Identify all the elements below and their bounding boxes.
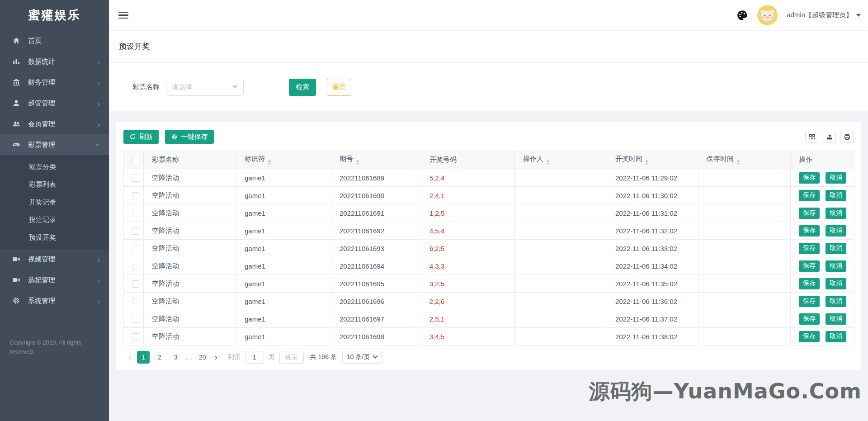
reset-button[interactable]: 重置 bbox=[327, 79, 351, 96]
collapse-menu-icon[interactable] bbox=[118, 10, 128, 21]
user-name: admin【超级管理员】 bbox=[787, 11, 853, 19]
sidebar-item-members[interactable]: 会员管理 › bbox=[0, 114, 109, 134]
row-checkbox[interactable] bbox=[132, 333, 139, 341]
row-checkbox[interactable] bbox=[132, 210, 139, 217]
row-checkbox[interactable] bbox=[132, 298, 139, 305]
cell-lottery-name: 空降活动 bbox=[144, 310, 236, 328]
row-cancel-button[interactable]: 取消 bbox=[826, 190, 846, 201]
export-icon[interactable] bbox=[823, 131, 836, 143]
row-cancel-button[interactable]: 取消 bbox=[826, 225, 846, 237]
sidebar-item-lottery-category[interactable]: 彩票分类 bbox=[0, 158, 109, 175]
cell-operator bbox=[515, 328, 607, 345]
cell-lottery-name: 空降活动 bbox=[144, 275, 236, 293]
page-button-2[interactable]: 2 bbox=[153, 351, 166, 364]
row-save-button[interactable]: 保存 bbox=[799, 208, 820, 219]
sidebar-item-xuanfei[interactable]: 选妃管理 › bbox=[0, 270, 109, 290]
row-checkbox[interactable] bbox=[132, 263, 139, 270]
theme-palette-icon[interactable] bbox=[736, 9, 748, 21]
columns-grid-icon[interactable] bbox=[805, 131, 818, 143]
user-avatar[interactable] bbox=[757, 5, 778, 25]
sidebar-item-label: 选妃管理 bbox=[28, 276, 55, 284]
col-code[interactable]: 标识符 bbox=[236, 151, 331, 169]
prev-page-button[interactable]: ‹ bbox=[124, 351, 135, 364]
lottery-name-select[interactable]: 请选择 bbox=[166, 79, 244, 96]
row-cancel-button[interactable]: 取消 bbox=[826, 278, 846, 289]
row-save-button[interactable]: 保存 bbox=[799, 190, 820, 201]
sidebar-item-system[interactable]: 系统管理 › bbox=[0, 290, 109, 311]
goto-page-input[interactable] bbox=[245, 351, 264, 364]
table-row: 空降活动 game1 202211061689 5,2,4 2022-11-06… bbox=[124, 169, 854, 187]
row-cancel-button[interactable]: 取消 bbox=[826, 243, 846, 254]
page-size-select[interactable]: 10 条/页 bbox=[342, 351, 382, 364]
cell-save-time bbox=[698, 328, 791, 345]
row-checkbox[interactable] bbox=[132, 245, 139, 252]
row-checkbox[interactable] bbox=[132, 227, 139, 235]
total-count-label: 共 196 条 bbox=[310, 353, 337, 361]
goto-prefix-label: 到第 bbox=[228, 353, 241, 361]
row-checkbox[interactable] bbox=[132, 175, 139, 182]
cell-lottery-name: 空降活动 bbox=[144, 293, 236, 310]
col-save-time[interactable]: 保存时间 bbox=[698, 151, 791, 169]
sidebar-item-preset-draw[interactable]: 预设开奖 bbox=[0, 228, 109, 246]
row-save-button[interactable]: 保存 bbox=[799, 260, 820, 272]
row-save-button[interactable]: 保存 bbox=[799, 296, 820, 307]
page-ellipsis: ... bbox=[186, 354, 193, 361]
sidebar-item-home[interactable]: 首页 bbox=[0, 30, 109, 51]
row-save-button[interactable]: 保存 bbox=[799, 278, 820, 289]
page-button-3[interactable]: 3 bbox=[170, 351, 182, 364]
page-button-1[interactable]: 1 bbox=[137, 351, 150, 364]
refresh-button[interactable]: 刷新 bbox=[123, 130, 159, 144]
cell-save-time bbox=[698, 222, 791, 240]
cell-issue: 202211061689 bbox=[331, 169, 421, 187]
next-page-button[interactable]: › bbox=[211, 351, 222, 364]
select-all-header bbox=[124, 151, 144, 169]
row-cancel-button[interactable]: 取消 bbox=[826, 331, 846, 342]
sidebar-item-lottery[interactable]: 彩票管理 › bbox=[0, 134, 109, 155]
col-draw-time[interactable]: 开奖时间 bbox=[607, 151, 698, 169]
sidebar-item-label: 彩票管理 bbox=[28, 141, 55, 149]
row-checkbox[interactable] bbox=[132, 316, 139, 323]
sort-icon bbox=[356, 160, 359, 166]
sidebar-item-lottery-list[interactable]: 彩票列表 bbox=[0, 175, 109, 193]
row-cancel-button[interactable]: 取消 bbox=[826, 260, 846, 272]
col-operator[interactable]: 操作人 bbox=[515, 151, 607, 169]
save-all-button[interactable]: 一键保存 bbox=[165, 130, 214, 144]
people-icon bbox=[12, 119, 21, 128]
chevron-right-icon: › bbox=[98, 79, 100, 86]
page-button-20[interactable]: 20 bbox=[196, 351, 209, 364]
search-button[interactable]: 检索 bbox=[289, 79, 316, 96]
row-checkbox[interactable] bbox=[132, 192, 139, 199]
row-save-button[interactable]: 保存 bbox=[799, 225, 820, 237]
sidebar-item-bet-records[interactable]: 投注记录 bbox=[0, 211, 109, 228]
row-save-button[interactable]: 保存 bbox=[799, 172, 820, 184]
row-save-button[interactable]: 保存 bbox=[799, 313, 820, 325]
sidebar-item-finance[interactable]: 财务管理 › bbox=[0, 72, 109, 93]
cell-draw-time: 2022-11-06 11:35:02 bbox=[607, 275, 698, 293]
cell-save-time bbox=[698, 204, 791, 222]
row-save-button[interactable]: 保存 bbox=[799, 331, 820, 342]
cell-numbers: 2,5,1 bbox=[421, 310, 515, 328]
cell-lottery-name: 空降活动 bbox=[144, 240, 236, 257]
user-menu[interactable]: admin【超级管理员】 bbox=[787, 11, 861, 19]
cell-code: game1 bbox=[236, 204, 331, 222]
app-logo: 蜜獾娱乐 bbox=[0, 0, 109, 30]
sidebar-item-superadmin[interactable]: 超管管理 › bbox=[0, 93, 109, 114]
row-cancel-button[interactable]: 取消 bbox=[826, 172, 846, 184]
cell-code: game1 bbox=[236, 293, 331, 310]
col-issue[interactable]: 期号 bbox=[331, 151, 421, 169]
row-cancel-button[interactable]: 取消 bbox=[826, 296, 846, 307]
sidebar-item-statistics[interactable]: 数据统计 › bbox=[0, 51, 109, 72]
row-save-button[interactable]: 保存 bbox=[799, 243, 820, 254]
cell-draw-time: 2022-11-06 11:33:02 bbox=[607, 240, 698, 257]
sidebar-item-video[interactable]: 视频管理 › bbox=[0, 249, 109, 270]
chevron-right-icon: › bbox=[98, 276, 100, 284]
row-cancel-button[interactable]: 取消 bbox=[826, 208, 846, 219]
table-header-row: 彩票名称 标识符 期号 开奖号码 操作人 开奖时间 保存时间 操作 bbox=[124, 151, 854, 169]
sidebar-item-draw-records[interactable]: 开奖记录 bbox=[0, 193, 109, 211]
cell-draw-time: 2022-11-06 11:31:02 bbox=[607, 204, 698, 222]
select-all-checkbox[interactable] bbox=[132, 157, 139, 164]
row-checkbox[interactable] bbox=[132, 280, 139, 288]
goto-confirm-button[interactable]: 确定 bbox=[279, 351, 304, 364]
print-icon[interactable] bbox=[840, 131, 854, 143]
row-cancel-button[interactable]: 取消 bbox=[826, 313, 846, 325]
